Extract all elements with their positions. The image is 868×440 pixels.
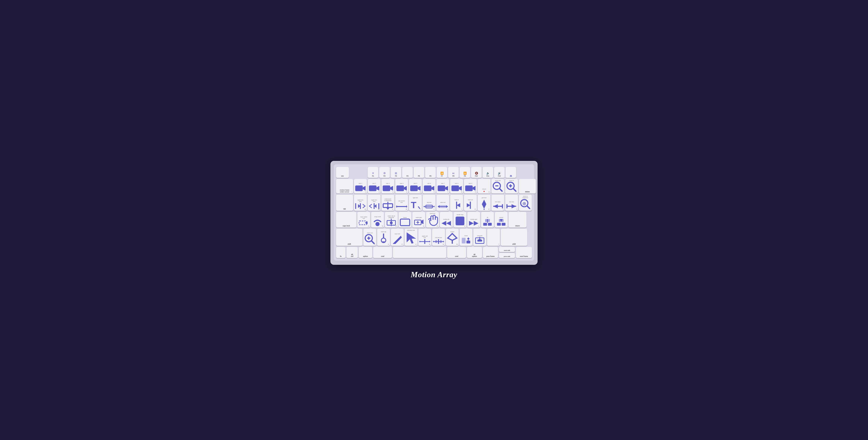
key-f4[interactable]: F4 <box>402 167 413 178</box>
key-z[interactable]: zoom tool Z <box>363 229 376 246</box>
f11-label: F11 <box>487 175 489 177</box>
key-3[interactable]: cam 3 3 <box>381 179 394 194</box>
key-o[interactable]: mark out O <box>464 195 477 211</box>
svg-marker-33 <box>396 205 397 208</box>
key-0[interactable]: record ● 0 <box>478 179 491 194</box>
key-i[interactable]: mark in I <box>450 195 463 211</box>
key-4[interactable]: cam 4 4 <box>395 179 408 194</box>
key-y[interactable]: slip tool Y <box>423 195 435 211</box>
key-period[interactable]: overwrite . <box>473 229 486 246</box>
key-d[interactable]: select clip atplayhead D <box>385 212 398 228</box>
key-c[interactable]: razor tool C <box>391 229 404 246</box>
svg-marker-39 <box>424 206 425 208</box>
key-m[interactable]: marker M <box>446 229 459 246</box>
key-2[interactable]: cam 2 2 <box>368 179 380 194</box>
caps-lock-label: caps lock <box>343 225 350 227</box>
key-w[interactable]: ripple trimnext W <box>368 195 380 211</box>
key-l[interactable]: shuttle right L <box>467 212 480 228</box>
svg-rect-2 <box>369 186 377 191</box>
key-cmd-right[interactable]: cmd <box>447 247 466 258</box>
key-backslash[interactable]: zoom tosequence ⊕ \ <box>519 195 532 211</box>
key-5[interactable]: cam 5 5 <box>409 179 422 194</box>
svg-marker-74 <box>474 221 478 226</box>
key-p[interactable]: pen tool P <box>478 195 491 211</box>
hand-tool-icon <box>427 214 438 227</box>
key-f11[interactable]: 🔉 F11 <box>483 167 493 178</box>
key-return[interactable]: return <box>508 212 526 228</box>
key-f6[interactable]: F6 <box>425 167 436 178</box>
key-semicolon[interactable]: lift ; <box>481 212 494 228</box>
mark-in-label: mark in <box>455 199 459 200</box>
type-tool-label: type tool <box>413 197 418 198</box>
key-b[interactable]: ripple edittool B <box>418 229 431 246</box>
key-e[interactable]: extend editto playhead E <box>381 195 394 211</box>
key-caps-lock[interactable]: caps lock <box>336 212 356 228</box>
comma-letter: , <box>471 243 471 245</box>
key-option[interactable]: option <box>359 247 372 258</box>
key-space[interactable] <box>393 247 446 258</box>
key-alt-option[interactable]: altoption <box>467 247 482 258</box>
key-f3[interactable]: ⊞ F3 <box>391 167 401 178</box>
key-f[interactable]: frame F <box>399 212 411 228</box>
key-q[interactable]: ripple trimprev Q <box>354 195 367 211</box>
key-bracket-r[interactable]: trim fwd ] <box>505 195 518 211</box>
key-r[interactable]: rate stretchtool R <box>395 195 408 211</box>
key-k[interactable]: shuttle stop K <box>454 212 466 228</box>
key-x[interactable]: mark clip X <box>377 229 390 246</box>
cam3-label: cam 3 <box>386 183 390 184</box>
insert-label: insert <box>464 235 467 237</box>
key-shift-right[interactable]: shift <box>501 229 527 246</box>
key-f9[interactable]: ⏩ F9 <box>460 167 470 178</box>
key-f5[interactable]: F5 <box>414 167 424 178</box>
key-h[interactable]: hand tool H <box>426 212 439 228</box>
key-s[interactable]: snap on/off S <box>371 212 384 228</box>
key-j[interactable]: shuttle left J <box>440 212 453 228</box>
key-a[interactable]: track selecttool A <box>358 212 370 228</box>
key-f7[interactable]: ⏪ F7 <box>437 167 447 178</box>
key-f10[interactable]: 🔇 F10 <box>471 167 482 178</box>
x-letter: X <box>388 243 389 245</box>
extend-edit-label: extend editto playhead <box>384 198 391 201</box>
key-f12[interactable]: 🔊 F12 <box>494 167 505 178</box>
key-comma[interactable]: insert , <box>460 229 472 246</box>
svg-rect-79 <box>497 223 501 226</box>
key-g[interactable]: audio gain G <box>412 212 425 228</box>
key-7[interactable]: cam 7 7 <box>436 179 449 194</box>
key-cmd-left[interactable]: cmd <box>373 247 392 258</box>
key-t[interactable]: type tool T T <box>409 195 422 211</box>
extend-edit-icon <box>382 201 394 210</box>
key-eject[interactable]: ⏏ <box>505 167 516 178</box>
key-alt-ctrl[interactable]: altctrl <box>346 247 358 258</box>
eject-icon: ⏏ <box>510 174 512 177</box>
key-tab[interactable]: tab <box>336 195 353 211</box>
key-plus[interactable]: zoom in + <box>505 179 518 194</box>
key-u[interactable]: slide tool U <box>436 195 449 211</box>
keyboard-body: esc ☀ F1 ⚙ F2 ⊞ F3 F4 F5 <box>334 164 534 261</box>
key-quote[interactable]: extract ' <box>495 212 507 228</box>
key-shift-left[interactable]: shift <box>336 229 363 246</box>
key-minus[interactable]: zoom out - <box>491 179 504 194</box>
key-v[interactable]: selection tool V <box>405 229 417 246</box>
key-slash[interactable]: / <box>487 229 500 246</box>
key-bracket-l[interactable]: trim back [ <box>491 195 504 211</box>
semicolon-letter: ; <box>492 225 493 227</box>
key-1[interactable]: cam 1 1 <box>354 179 367 194</box>
key-esc[interactable]: esc <box>336 167 349 178</box>
key-next-edit[interactable]: next edit <box>499 247 515 252</box>
key-tilde[interactable]: restore frameunder cursor ~ <box>336 179 353 194</box>
key-8[interactable]: cam 8 8 <box>450 179 463 194</box>
svg-rect-106 <box>467 241 470 244</box>
shift-right-label: shift <box>512 243 516 245</box>
key-prev-frame[interactable]: prev frame <box>483 247 498 258</box>
key-n[interactable]: roll edit tool N <box>432 229 445 246</box>
key-f1[interactable]: ☀ F1 <box>368 167 378 178</box>
key-prev-edit[interactable]: prev edit <box>499 253 515 258</box>
key-delete[interactable]: delete <box>519 179 536 194</box>
key-f2[interactable]: ⚙ F2 <box>379 167 390 178</box>
key-9[interactable]: cam 9 9 <box>464 179 477 194</box>
key-fn[interactable]: fn <box>336 247 345 258</box>
key-6[interactable]: cam 6 6 <box>423 179 435 194</box>
restore-frame-label: restore frameunder cursor <box>340 189 349 193</box>
key-next-frame[interactable]: next frame <box>516 247 532 258</box>
key-f8[interactable]: ⏯ F8 <box>448 167 459 178</box>
